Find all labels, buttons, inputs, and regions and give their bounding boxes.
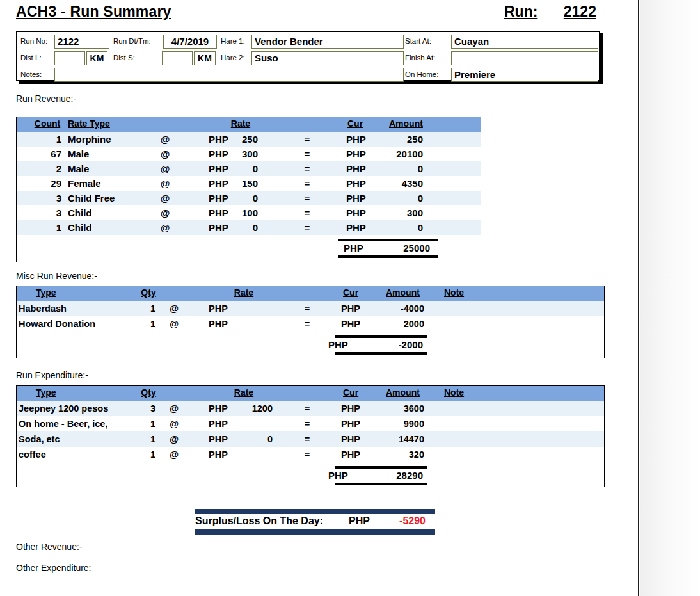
run-label: Run:	[504, 3, 537, 20]
misc-revenue-row: Howard Donation1@PHP=PHP2000	[17, 316, 604, 332]
total-rule	[335, 352, 427, 355]
run-revenue-section-label: Run Revenue:-	[16, 93, 76, 104]
start-at-field[interactable]: Cuayan	[451, 35, 598, 49]
col-header-cur: Cur	[343, 287, 358, 298]
run-no-field[interactable]: 2122	[54, 35, 109, 49]
surplus-currency: PHP	[349, 513, 370, 529]
start-at-label: Start At:	[405, 37, 431, 45]
dist-s-unit: KM	[194, 51, 216, 65]
col-header-cur: Cur	[343, 387, 358, 398]
col-header-cur: Cur	[347, 118, 363, 129]
run-expenditure-total: PHP 28290	[328, 466, 427, 485]
col-header-note: Note	[444, 387, 464, 398]
total-rule	[338, 255, 438, 258]
dist-s-label: Dist S:	[113, 54, 135, 61]
dist-l-label: Dist L:	[20, 54, 42, 61]
misc-revenue-table: Type Qty Rate Cur Amount Note Haberdash1…	[16, 286, 605, 358]
col-header-rate: Rate	[221, 118, 260, 129]
col-header-rate-type: Rate Type	[68, 118, 110, 129]
col-header-rate: Rate	[225, 287, 263, 298]
misc-revenue-total: PHP -2000	[328, 335, 427, 355]
expenditure-row: Soda, etc1@PHP0=PHP14470	[17, 431, 604, 447]
revenue-row: 1Morphine@PHP250=PHP250	[17, 132, 481, 147]
other-expenditure-section-label: Other Expenditure:	[16, 563, 91, 573]
surplus-amount: -5290	[384, 513, 426, 529]
col-header-type: Type	[36, 387, 56, 398]
col-header-note: Note	[444, 287, 464, 298]
col-header-type: Type	[36, 287, 56, 298]
hare2-field[interactable]: Suso	[251, 51, 404, 65]
total-rule	[335, 483, 427, 485]
revenue-row: 29Female@PHP150=PHP4350	[17, 176, 481, 191]
col-header-qty: Qty	[138, 387, 159, 398]
col-header-amount: Amount	[389, 118, 423, 129]
report-canvas: ACH3 - Run Summary Run: 2122 Run No: 212…	[0, 0, 700, 596]
run-revenue-table: Count Rate Type Rate Cur Amount 1Morphin…	[16, 117, 481, 262]
surplus-bottom-rule	[195, 529, 435, 535]
hare1-label: Hare 1:	[221, 37, 245, 45]
col-header-qty: Qty	[138, 287, 159, 298]
notes-label: Notes:	[20, 70, 42, 78]
page-margin-area	[640, 0, 700, 596]
col-header-count: Count	[31, 118, 64, 129]
col-header-amount: Amount	[386, 287, 420, 298]
expenditure-row: On home - Beer, ice,1@PHP=PHP9900	[17, 416, 604, 431]
col-header-rate: Rate	[225, 387, 263, 398]
misc-revenue-row: Haberdash1@PHP=PHP-4000	[17, 301, 604, 316]
revenue-row: 2Male@PHP0=PHP0	[17, 161, 481, 176]
run-number-header: Run: 2122	[504, 3, 596, 20]
surplus-line: Surplus/Loss On The Day: PHP -5290	[195, 513, 435, 529]
dist-l-field[interactable]	[54, 51, 85, 65]
revenue-row: 67Male@PHP300=PHP20100	[17, 147, 481, 161]
misc-revenue-header-row: Type Qty Rate Cur Amount Note	[17, 286, 604, 301]
revenue-row: 1Child@PHP0=PHP0	[17, 220, 481, 235]
finish-at-label: Finish At:	[405, 54, 435, 61]
finish-at-field[interactable]	[451, 51, 598, 65]
revenue-row: 3Child Free@PHP0=PHP0	[17, 191, 481, 205]
run-expenditure-section-label: Run Expenditure:-	[16, 370, 88, 380]
expenditure-row: coffee1@PHP=PHP320	[17, 447, 604, 462]
run-no-label: Run No:	[20, 37, 47, 45]
surplus-label: Surplus/Loss On The Day:	[195, 513, 323, 529]
expenditure-row: Jeepney 1200 pesos3@PHP1200=PHP3600	[17, 401, 604, 416]
run-date-label: Run Dt/Tm:	[113, 37, 151, 45]
hare1-field[interactable]: Vendor Bender	[251, 35, 404, 49]
misc-revenue-section-label: Misc Run Revenue:-	[16, 271, 97, 281]
run-revenue-total: PHP 25000	[338, 239, 438, 258]
dist-s-field[interactable]	[162, 51, 193, 65]
run-expenditure-header-row: Type Qty Rate Cur Amount Note	[17, 386, 604, 401]
on-home-field[interactable]: Premiere	[451, 68, 598, 82]
notes-field[interactable]	[54, 68, 404, 82]
col-header-amount: Amount	[386, 387, 420, 398]
report-page: ACH3 - Run Summary Run: 2122 Run No: 212…	[0, 0, 639, 596]
report-title: ACH3 - Run Summary	[16, 3, 171, 20]
on-home-label: On Home:	[405, 70, 438, 78]
run-revenue-header-row: Count Rate Type Rate Cur Amount	[17, 117, 481, 132]
run-expenditure-table: Type Qty Rate Cur Amount Note Jeepney 12…	[16, 385, 605, 487]
dist-l-unit: KM	[86, 51, 107, 65]
run-date-field[interactable]: 4/7/2019	[163, 35, 217, 49]
hare2-label: Hare 2:	[221, 54, 245, 61]
revenue-row: 3Child@PHP100=PHP300	[17, 205, 481, 220]
run-details-box: Run No: 2122 Run Dt/Tm: 4/7/2019 Hare 1:…	[16, 31, 600, 81]
run-number-value: 2122	[564, 3, 596, 20]
other-revenue-section-label: Other Revenue:-	[16, 542, 83, 552]
